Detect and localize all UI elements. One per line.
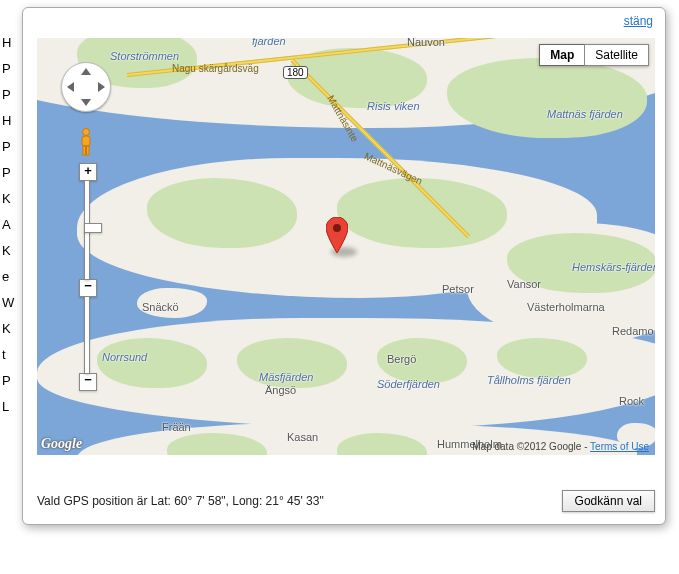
place-label: Hemskärs-fjärden xyxy=(572,261,655,273)
place-label: Rock xyxy=(619,395,644,407)
road-label: Nagu skärgårdsväg xyxy=(172,63,259,74)
pan-down-icon[interactable] xyxy=(81,99,91,106)
place-label: Västerholmarna xyxy=(527,301,605,313)
map-type-satellite-button[interactable]: Satellite xyxy=(584,44,649,66)
place-label: Bergö xyxy=(387,353,416,365)
place-label: Petsor xyxy=(442,283,474,295)
pan-up-icon[interactable] xyxy=(81,68,91,75)
svg-point-0 xyxy=(333,224,341,232)
map-attribution: Map data ©2012 Google - Terms of Use xyxy=(472,441,649,452)
place-label: Storströmmen xyxy=(110,50,179,62)
place-label: Norrsund xyxy=(102,351,147,363)
road-shield: 180 xyxy=(283,66,308,79)
zoom-control: + − − xyxy=(79,163,95,391)
map-marker-icon[interactable] xyxy=(326,217,348,253)
place-label: Risis viken xyxy=(367,100,420,112)
pegman-icon[interactable] xyxy=(77,128,95,156)
map-type-control: Map Satellite xyxy=(539,44,649,66)
gps-status-text: Vald GPS position är Lat: 60° 7' 58", Lo… xyxy=(37,494,324,508)
zoom-slider-track[interactable] xyxy=(84,180,90,280)
place-label: Mattnäs fjärden xyxy=(547,108,623,120)
pan-right-icon[interactable] xyxy=(98,82,105,92)
place-label: Nauvon xyxy=(407,38,445,48)
terms-link[interactable]: Terms of Use xyxy=(590,441,649,452)
place-label: Söderfjärden xyxy=(377,378,440,390)
zoom-slider-track-lower[interactable] xyxy=(84,296,90,374)
close-link[interactable]: stäng xyxy=(624,14,653,28)
map-type-map-button[interactable]: Map xyxy=(539,44,584,66)
place-label: Vansor xyxy=(507,278,541,290)
place-label: Ängsö xyxy=(265,384,296,396)
place-label: Redamo xyxy=(612,325,654,337)
svg-point-1 xyxy=(83,129,90,136)
svg-rect-4 xyxy=(87,146,90,155)
map-picker-dialog: stäng Nagu skärgårdsväg Mattnäsinte Matt… xyxy=(22,7,666,525)
accept-button[interactable]: Godkänn val xyxy=(562,490,655,512)
svg-rect-2 xyxy=(82,136,90,146)
map-canvas[interactable]: Nagu skärgårdsväg Mattnäsinte Mattnäsväg… xyxy=(37,38,655,455)
place-label: Kasan xyxy=(287,431,318,443)
background-page-fragments: HPP HPP KAK eWK tPL xyxy=(0,30,14,420)
zoom-slider-thumb[interactable] xyxy=(84,223,102,233)
pan-control xyxy=(61,62,111,112)
zoom-out-button-2[interactable]: − xyxy=(79,373,97,391)
zoom-out-button[interactable]: − xyxy=(79,279,97,297)
place-label: Mäsfjärden xyxy=(259,371,313,383)
pan-left-icon[interactable] xyxy=(67,82,74,92)
place-label: Snäckö xyxy=(142,301,179,313)
svg-rect-3 xyxy=(83,146,86,155)
google-logo: Google xyxy=(41,436,82,452)
zoom-in-button[interactable]: + xyxy=(79,163,97,181)
place-label: Frään xyxy=(162,421,191,433)
place-label: fjärden xyxy=(252,38,286,47)
place-label: Tållholms fjärden xyxy=(487,374,571,386)
